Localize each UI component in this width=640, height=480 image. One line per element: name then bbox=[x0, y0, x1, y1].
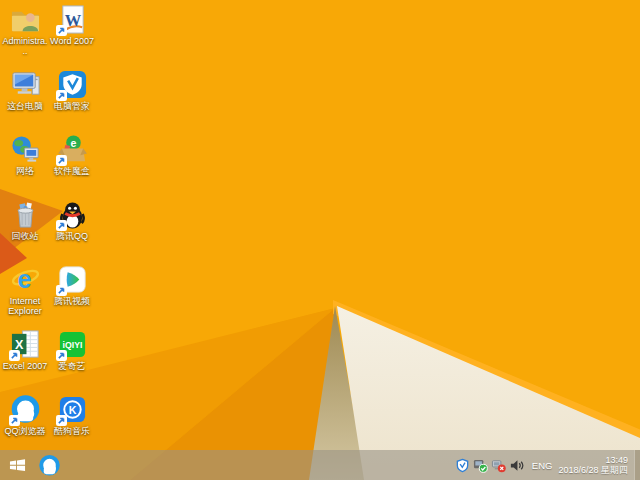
shortcut-arrow-icon bbox=[56, 415, 67, 426]
desktop: Administra...WWord 2007这台电脑电脑管家网络e软件魔盒回收… bbox=[0, 0, 640, 480]
tray-volume[interactable] bbox=[509, 458, 524, 473]
tencent-video-icon bbox=[57, 264, 88, 295]
desktop-icon-label: 腾讯QQ bbox=[49, 231, 95, 241]
desktop-icon-excel-2007[interactable]: XExcel 2007 bbox=[2, 329, 48, 371]
desktop-icon-label: Excel 2007 bbox=[2, 361, 48, 371]
shortcut-arrow-icon bbox=[56, 350, 67, 361]
pc-manager-icon bbox=[57, 69, 88, 100]
shortcut-arrow-icon bbox=[56, 25, 67, 36]
shortcut-arrow-icon bbox=[56, 285, 67, 296]
show-desktop-button[interactable] bbox=[634, 450, 640, 480]
recycle-bin-icon bbox=[10, 199, 41, 230]
tray-shield[interactable] bbox=[455, 458, 470, 473]
windows-logo-icon bbox=[7, 455, 28, 476]
system-tray: ENG 13:49 2018/6/28 星期四 bbox=[455, 450, 640, 480]
this-pc-icon bbox=[10, 69, 41, 100]
desktop-icon-label: Word 2007 bbox=[49, 36, 95, 46]
user-folder-icon bbox=[10, 4, 41, 35]
ie-icon: e bbox=[10, 264, 41, 295]
desktop-icon-this-pc[interactable]: 这台电脑 bbox=[2, 69, 48, 111]
svg-text:K: K bbox=[68, 404, 76, 416]
shortcut-arrow-icon bbox=[56, 220, 67, 231]
desktop-icon-label: 软件魔盒 bbox=[49, 166, 95, 176]
clock-date: 2018/6/28 星期四 bbox=[558, 465, 628, 476]
qq-browser-icon bbox=[10, 394, 41, 425]
desktop-icon-label: 这台电脑 bbox=[2, 101, 48, 111]
svg-text:e: e bbox=[70, 137, 76, 149]
shortcut-arrow-icon bbox=[56, 90, 67, 101]
taskbar-clock[interactable]: 13:49 2018/6/28 星期四 bbox=[558, 455, 628, 476]
desktop-icon-internet-explorer[interactable]: eInternet Explorer bbox=[2, 264, 48, 316]
desktop-icon-label: Internet Explorer bbox=[2, 296, 48, 316]
software-box-icon: e bbox=[57, 134, 88, 165]
word-icon: W bbox=[57, 4, 88, 35]
kugou-icon: K bbox=[57, 394, 88, 425]
language-indicator[interactable]: ENG bbox=[532, 460, 553, 471]
desktop-icon-network[interactable]: 网络 bbox=[2, 134, 48, 176]
desktop-icon-label: 爱奇艺 bbox=[49, 361, 95, 371]
desktop-icon-qq-browser[interactable]: QQ浏览器 bbox=[2, 394, 48, 436]
desktop-icon-label: QQ浏览器 bbox=[2, 426, 48, 436]
svg-text:iQIYI: iQIYI bbox=[62, 340, 82, 350]
desktop-icon-label: 网络 bbox=[2, 166, 48, 176]
iqiyi-icon: iQIYI bbox=[57, 329, 88, 360]
taskbar-pinned-apps bbox=[34, 450, 64, 480]
excel-icon: X bbox=[10, 329, 41, 360]
shortcut-arrow-icon bbox=[9, 415, 20, 426]
desktop-icon-label: 回收站 bbox=[2, 231, 48, 241]
desktop-icon-kugou-music[interactable]: K酷狗音乐 bbox=[49, 394, 95, 436]
shortcut-arrow-icon bbox=[56, 155, 67, 166]
desktop-icon-software-box[interactable]: e软件魔盒 bbox=[49, 134, 95, 176]
desktop-icon-label: 腾讯视频 bbox=[49, 296, 95, 306]
desktop-icon-tencent-video[interactable]: 腾讯视频 bbox=[49, 264, 95, 306]
desktop-icon-grid: Administra...WWord 2007这台电脑电脑管家网络e软件魔盒回收… bbox=[2, 0, 122, 450]
network-icon bbox=[10, 134, 41, 165]
tray-device-check[interactable] bbox=[473, 458, 488, 473]
desktop-icon-label: 电脑管家 bbox=[49, 101, 95, 111]
qq-icon bbox=[57, 199, 88, 230]
clock-time: 13:49 bbox=[558, 455, 628, 466]
start-button[interactable] bbox=[0, 450, 34, 480]
desktop-icon-label: Administra... bbox=[2, 36, 48, 56]
svg-text:W: W bbox=[64, 11, 81, 30]
desktop-icon-label: 酷狗音乐 bbox=[49, 426, 95, 436]
desktop-icon-word-2007[interactable]: WWord 2007 bbox=[49, 4, 95, 46]
desktop-icon-administrator[interactable]: Administra... bbox=[2, 4, 48, 56]
desktop-icon-tencent-qq[interactable]: 腾讯QQ bbox=[49, 199, 95, 241]
svg-text:e: e bbox=[17, 265, 31, 293]
taskbar: ENG 13:49 2018/6/28 星期四 bbox=[0, 450, 640, 480]
desktop-icon-iqiyi[interactable]: iQIYI爱奇艺 bbox=[49, 329, 95, 371]
desktop-icon-recycle-bin[interactable]: 回收站 bbox=[2, 199, 48, 241]
tray-network-error[interactable] bbox=[491, 458, 506, 473]
desktop-icon-pc-manager[interactable]: 电脑管家 bbox=[49, 69, 95, 111]
taskbar-app-qq-browser-taskbar[interactable] bbox=[34, 450, 64, 480]
tray-icon-area bbox=[455, 458, 524, 473]
shortcut-arrow-icon bbox=[9, 350, 20, 361]
